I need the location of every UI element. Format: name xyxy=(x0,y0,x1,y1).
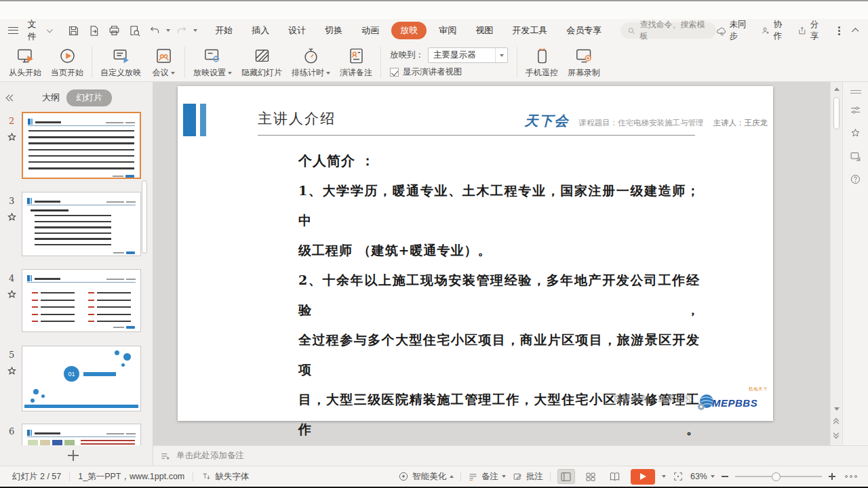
meeting-button[interactable]: 会议 xyxy=(146,45,181,80)
slide-thumbnail-3[interactable] xyxy=(22,192,141,256)
comment-button[interactable]: 批注 xyxy=(513,471,543,483)
qat-more-caret-icon[interactable] xyxy=(193,29,197,32)
scroll-up-arrow[interactable] xyxy=(834,87,840,91)
new-slide-button[interactable] xyxy=(68,450,79,461)
body-line: 全过程参与多个大型住宅小区项目，商业片区项目，旅游景区开发项 xyxy=(298,325,700,384)
fit-slide-button[interactable] xyxy=(673,471,684,482)
scroll-down-arrow[interactable] xyxy=(834,407,840,411)
zoom-in-button[interactable] xyxy=(829,473,835,480)
tab-view[interactable]: 视图 xyxy=(469,22,500,39)
rehearse-caret-icon xyxy=(326,72,330,75)
properties-sliders-icon[interactable] xyxy=(849,103,863,117)
presenter-view-label: 显示演讲者视图 xyxy=(403,66,462,78)
tab-insert[interactable]: 插入 xyxy=(245,22,276,39)
zoom-out-button[interactable] xyxy=(722,476,728,477)
play-options-caret-icon[interactable] xyxy=(662,475,666,478)
save-button[interactable] xyxy=(64,22,82,39)
export-pdf-button[interactable] xyxy=(85,22,102,39)
screen-record-icon xyxy=(575,47,593,65)
help-icon[interactable] xyxy=(849,172,863,186)
slide-header-right[interactable]: 天下会 课程题目：住宅电梯安装施工与管理 主讲人：王庆龙 xyxy=(525,112,768,130)
undo-caret-icon[interactable] xyxy=(166,29,170,32)
from-beginning-button[interactable]: 从头开始 xyxy=(4,45,46,80)
missing-font-button[interactable]: 缺失字体 xyxy=(201,471,249,483)
reading-view-button[interactable] xyxy=(606,469,624,484)
presenter-view-checkbox[interactable] xyxy=(390,68,399,77)
sidebar-scrollbar-thumb[interactable] xyxy=(142,180,147,253)
notes-toggle-button[interactable]: 备注 xyxy=(468,471,506,483)
tab-developer[interactable]: 开发工具 xyxy=(505,22,554,39)
zoom-slider[interactable] xyxy=(735,472,822,481)
share-button[interactable]: 分享 xyxy=(797,19,825,42)
display-target-select[interactable]: 主要显示器 xyxy=(428,47,508,63)
slide-editor[interactable]: 主讲人介绍 天下会 课程题目：住宅电梯安装施工与管理 主讲人：王庆龙 个人简介 … xyxy=(178,86,773,421)
sync-status-button[interactable]: 未同步 xyxy=(716,19,751,42)
slide-title[interactable]: 主讲人介绍 xyxy=(258,109,336,128)
slide-body-textbox[interactable]: 个人简介 ： 1、大学学历，暖通专业、土木工程专业，国家注册一级建造师；中 级工… xyxy=(298,146,700,488)
show-settings-label: 放映设置 xyxy=(193,67,232,79)
meeting-icon xyxy=(155,47,173,65)
from-current-button[interactable]: 当页开始 xyxy=(46,45,88,80)
outline-tab[interactable]: 大纲 xyxy=(42,92,60,104)
custom-show-button[interactable]: 自定义放映 xyxy=(96,45,146,80)
tab-home[interactable]: 开始 xyxy=(208,22,239,39)
previous-slide-button[interactable] xyxy=(833,419,840,426)
wps-presentation-window: 文件 开始 插入 xyxy=(0,0,868,488)
zoom-level-button[interactable]: 63% xyxy=(690,472,715,481)
zoom-slider-knob[interactable] xyxy=(772,472,781,481)
redo-icon xyxy=(176,24,188,37)
collapse-ribbon-icon[interactable] xyxy=(852,28,859,35)
speaker-notes-button[interactable]: 演讲备注 xyxy=(335,45,377,80)
print-preview-button[interactable] xyxy=(125,22,143,39)
toolbar-separator xyxy=(380,47,381,78)
animation-star-icon xyxy=(7,366,16,378)
show-settings-caret-icon xyxy=(228,72,232,75)
sidebar-scrollbar[interactable] xyxy=(142,176,147,445)
slideshow-play-button[interactable] xyxy=(631,469,655,485)
hide-slide-button[interactable]: 隐藏幻灯片 xyxy=(237,45,287,80)
share-label: 分享 xyxy=(810,19,825,42)
slide-thumbnail-2[interactable] xyxy=(22,112,141,179)
slide-sorter-view-button[interactable] xyxy=(582,469,599,484)
more-options-icon[interactable] xyxy=(838,30,840,32)
redo-button[interactable] xyxy=(173,22,191,39)
print-button[interactable] xyxy=(105,22,123,39)
tab-member[interactable]: 会员专享 xyxy=(559,22,608,39)
canvas-scrollbar-thumb[interactable] xyxy=(833,97,840,129)
slide-thumbnail-4[interactable] xyxy=(22,269,141,332)
slide-panel: 大纲 幻灯片 2 3 4 xyxy=(0,82,153,445)
undo-button[interactable] xyxy=(146,22,163,39)
phone-remote-button[interactable]: 手机遥控 xyxy=(521,45,563,80)
more-status-options-icon[interactable] xyxy=(845,475,857,478)
hamburger-menu-icon[interactable] xyxy=(8,27,18,34)
notes-bar[interactable]: 单击此处添加备注 xyxy=(153,445,842,466)
tab-review[interactable]: 审阅 xyxy=(432,22,463,39)
file-menu-button[interactable]: 文件 xyxy=(24,16,56,45)
command-search-input[interactable]: 查找命令、搜索模板 xyxy=(620,22,715,39)
canvas-scrollbar[interactable] xyxy=(830,82,842,445)
show-settings-button[interactable]: 放映设置 xyxy=(189,45,237,80)
share-icon xyxy=(797,25,807,36)
mini-logo xyxy=(27,430,32,436)
presentation-window-icon[interactable] xyxy=(849,149,863,163)
toolbar-separator xyxy=(517,47,517,78)
slides-tab-active[interactable]: 幻灯片 xyxy=(66,89,112,106)
next-slide-button[interactable] xyxy=(833,431,840,438)
normal-view-button[interactable] xyxy=(557,469,575,484)
slide-number: 2 xyxy=(9,116,14,126)
screen-record-button[interactable]: 屏幕录制 xyxy=(563,45,605,80)
tab-slideshow-active[interactable]: 放映 xyxy=(391,22,427,39)
tab-design[interactable]: 设计 xyxy=(281,22,313,39)
rehearse-timing-button[interactable]: 排练计时 xyxy=(287,45,335,80)
collaborate-button[interactable]: 协作 xyxy=(761,19,788,42)
panel-drag-handle-icon[interactable] xyxy=(850,90,861,94)
slide-thumbnail-5[interactable]: 01 xyxy=(22,346,141,411)
effects-star-icon[interactable] xyxy=(849,126,863,140)
comment-label: 批注 xyxy=(526,471,543,483)
tab-animation[interactable]: 动画 xyxy=(355,22,386,39)
smart-beautify-button[interactable]: 智能美化 xyxy=(398,471,454,483)
tab-transition[interactable]: 切换 xyxy=(318,22,349,39)
collapse-panel-icon[interactable] xyxy=(7,96,15,100)
slide-thumbnail-6[interactable] xyxy=(22,424,141,445)
slide-logo xyxy=(183,104,210,136)
